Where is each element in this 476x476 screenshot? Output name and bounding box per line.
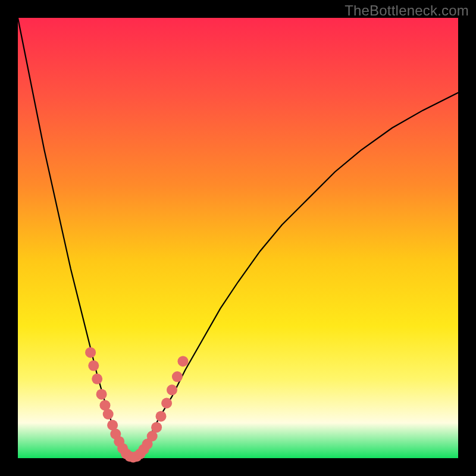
curve-right-branch (132, 93, 458, 458)
highlight-dot (178, 356, 189, 367)
chart-svg (18, 18, 458, 458)
highlight-dot (85, 347, 96, 358)
highlight-dot (172, 371, 183, 382)
highlight-dot (96, 389, 107, 400)
highlight-dot (167, 384, 177, 395)
highlight-dot (103, 409, 114, 419)
highlight-dot (156, 411, 167, 422)
highlight-dot (92, 374, 102, 384)
curve-left-branch (18, 18, 132, 458)
highlight-dot (161, 398, 172, 409)
watermark-text: TheBottleneck.com (345, 2, 469, 19)
plot-area (18, 18, 458, 458)
highlight-dots-group (85, 347, 188, 462)
highlight-dot (151, 422, 162, 433)
highlight-dot (88, 361, 99, 371)
chart-frame: TheBottleneck.com (0, 0, 476, 476)
